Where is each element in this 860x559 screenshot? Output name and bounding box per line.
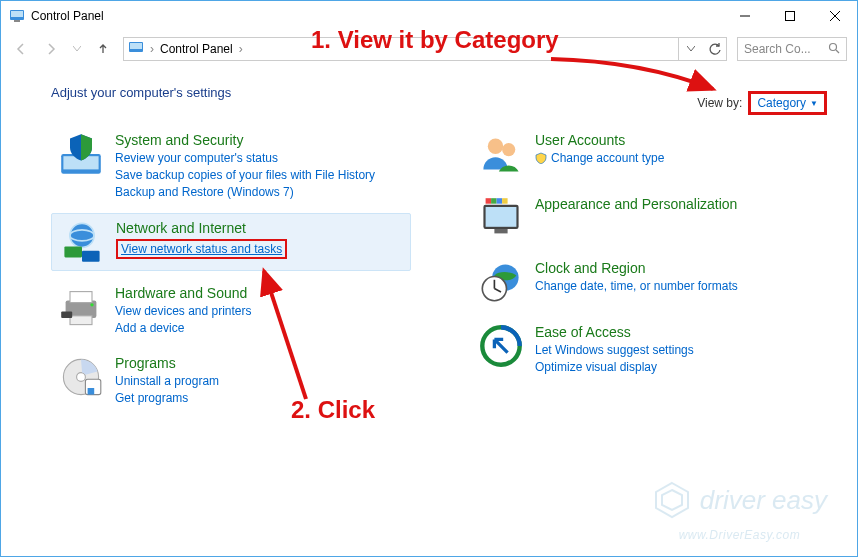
monitor-colors-icon — [479, 196, 523, 240]
control-panel-icon — [9, 8, 25, 24]
nav-row: › Control Panel › Search Co... — [1, 31, 857, 67]
minimize-button[interactable] — [722, 1, 767, 30]
watermark: driver easy www.DriverEasy.com — [652, 480, 827, 542]
titlebar: Control Panel — [1, 1, 857, 31]
window-title: Control Panel — [31, 9, 104, 23]
category-link[interactable]: Change account type — [535, 151, 664, 165]
svg-point-20 — [90, 303, 93, 306]
svg-point-23 — [77, 373, 86, 382]
refresh-dropdown[interactable] — [679, 37, 703, 61]
category-programs: Programs Uninstall a program Get program… — [51, 349, 411, 411]
category-link[interactable]: View devices and printers — [115, 304, 252, 318]
svg-rect-30 — [494, 229, 507, 233]
category-text: System and Security Review your computer… — [115, 132, 375, 199]
category-link[interactable]: Backup and Restore (Windows 7) — [115, 185, 375, 199]
svg-rect-15 — [64, 246, 82, 257]
category-title[interactable]: Clock and Region — [535, 260, 738, 276]
category-link[interactable]: Get programs — [115, 391, 219, 405]
category-appearance: Appearance and Personalization — [471, 190, 771, 246]
watermark-logo-icon — [652, 480, 692, 520]
category-link[interactable]: Uninstall a program — [115, 374, 219, 388]
svg-rect-34 — [502, 198, 508, 204]
category-title[interactable]: Programs — [115, 355, 219, 371]
breadcrumb-root[interactable]: Control Panel — [160, 42, 233, 56]
svg-rect-4 — [785, 11, 794, 20]
disc-icon — [59, 355, 103, 399]
svg-rect-29 — [486, 207, 517, 227]
category-text: Ease of Access Let Windows suggest setti… — [535, 324, 694, 374]
svg-point-27 — [502, 143, 515, 156]
window: Control Panel — [0, 0, 858, 557]
category-text: Clock and Region Change date, time, or n… — [535, 260, 738, 304]
view-by-label: View by: — [697, 96, 742, 110]
back-button[interactable] — [11, 39, 31, 59]
category-text: User Accounts Change account type — [535, 132, 664, 176]
category-hardware-sound: Hardware and Sound View devices and prin… — [51, 279, 411, 341]
address-bar[interactable]: › Control Panel › — [123, 37, 679, 61]
svg-marker-40 — [656, 483, 688, 517]
users-icon — [479, 132, 523, 176]
ease-access-icon — [479, 324, 523, 368]
category-system-security: System and Security Review your computer… — [51, 126, 411, 205]
svg-rect-21 — [61, 311, 72, 318]
close-button[interactable] — [812, 1, 857, 30]
category-link[interactable]: Change date, time, or number formats — [535, 279, 738, 293]
view-by-value: Category — [757, 96, 806, 110]
watermark-url: www.DriverEasy.com — [679, 528, 800, 542]
uac-shield-icon — [535, 152, 547, 164]
shield-icon — [59, 132, 103, 176]
up-button[interactable] — [93, 39, 113, 59]
view-by-control: View by: Category ▼ — [697, 91, 827, 115]
category-title[interactable]: Appearance and Personalization — [535, 196, 737, 212]
printer-icon — [59, 285, 103, 329]
svg-rect-25 — [88, 388, 95, 395]
svg-rect-19 — [70, 316, 92, 325]
category-link[interactable]: Save backup copies of your files with Fi… — [115, 168, 375, 182]
svg-rect-31 — [486, 198, 492, 204]
left-column: System and Security Review your computer… — [51, 126, 411, 411]
svg-rect-8 — [130, 43, 142, 49]
svg-rect-2 — [14, 20, 20, 22]
category-clock-region: Clock and Region Change date, time, or n… — [471, 254, 771, 310]
category-title[interactable]: Ease of Access — [535, 324, 694, 340]
category-title[interactable]: Network and Internet — [116, 220, 287, 236]
link-view-network-status[interactable]: View network status and tasks — [116, 239, 287, 259]
category-network-internet: Network and Internet View network status… — [51, 213, 411, 271]
category-text: Network and Internet View network status… — [116, 220, 287, 264]
svg-rect-32 — [491, 198, 497, 204]
category-title[interactable]: User Accounts — [535, 132, 664, 148]
category-title[interactable]: Hardware and Sound — [115, 285, 252, 301]
window-controls — [722, 1, 857, 30]
search-placeholder: Search Co... — [744, 42, 811, 56]
chevron-right-icon: › — [239, 42, 243, 56]
svg-point-26 — [488, 139, 503, 154]
svg-rect-18 — [70, 292, 92, 303]
category-link[interactable]: Optimize visual display — [535, 360, 694, 374]
category-text: Hardware and Sound View devices and prin… — [115, 285, 252, 335]
category-link[interactable]: Add a device — [115, 321, 252, 335]
category-link[interactable]: Review your computer's status — [115, 151, 375, 165]
globe-network-icon — [60, 220, 104, 264]
category-link[interactable]: Let Windows suggest settings — [535, 343, 694, 357]
search-icon — [828, 42, 840, 57]
view-by-dropdown[interactable]: Category ▼ — [748, 91, 827, 115]
forward-button[interactable] — [41, 39, 61, 59]
content-area: Adjust your computer's settings View by:… — [1, 67, 857, 411]
watermark-brand: driver easy — [700, 485, 827, 516]
category-text: Appearance and Personalization — [535, 196, 737, 240]
control-panel-small-icon — [128, 40, 144, 59]
right-column: User Accounts Change account type Appear… — [471, 126, 771, 411]
search-input[interactable]: Search Co... — [737, 37, 847, 61]
category-title[interactable]: System and Security — [115, 132, 375, 148]
refresh-button[interactable] — [703, 37, 727, 61]
svg-marker-41 — [662, 490, 682, 510]
maximize-button[interactable] — [767, 1, 812, 30]
category-grid: System and Security Review your computer… — [51, 126, 827, 411]
chevron-down-icon: ▼ — [810, 99, 818, 108]
chevron-right-icon: › — [150, 42, 154, 56]
category-user-accounts: User Accounts Change account type — [471, 126, 771, 182]
recent-dropdown[interactable] — [71, 39, 83, 59]
category-ease-of-access: Ease of Access Let Windows suggest setti… — [471, 318, 771, 380]
svg-rect-33 — [497, 198, 503, 204]
svg-point-9 — [830, 43, 837, 50]
